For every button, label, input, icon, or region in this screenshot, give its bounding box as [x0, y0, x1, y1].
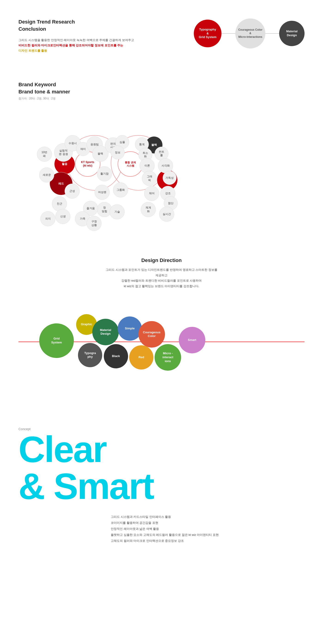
bubble-의지: 의지 [40, 211, 55, 226]
dbubble-grid-system: GridSystem [39, 324, 74, 358]
circle-courageous: Courageous Color & Micro-interactions [235, 18, 265, 48]
bubble-기술: 기술 [110, 204, 124, 219]
trend-circles-row: Typography & Grid System Courageous Colo… [194, 18, 304, 48]
bubble-여성팬: 여성팬 [94, 185, 110, 200]
bubble-신생: 신생 [55, 209, 70, 224]
bubble-체어: 체어 [144, 186, 159, 201]
connector-line2 [265, 33, 279, 34]
bubble-새로운: 새로운 [39, 168, 54, 182]
bubble-활기참: 활기참 [97, 166, 112, 181]
bubble-구창상황: 구창상황 [86, 216, 102, 231]
bubble-실시간: 실시간 [159, 207, 174, 222]
circle-typography: Typography & Grid System [194, 20, 222, 47]
bullet2: 코이미지를 활용하여 공간감을 표현 [111, 520, 304, 526]
bubble-정보: 정보 [111, 146, 124, 160]
bubble-그룹화: 그룹화 [113, 182, 128, 198]
bubble-가독성: 가독성 [163, 171, 176, 185]
concept-headline2: & Smart [18, 468, 304, 505]
concept-headline1: Clear [18, 431, 304, 468]
section-design-trend: Design Trend Research Conclusion 그리드 시스템… [0, 0, 323, 67]
section-brand-keyword: Brand Keyword Brand tone & manner 참가자 : … [0, 67, 323, 239]
dbubble-typography: Typography [78, 343, 102, 367]
dbubble-micro-interactions: Micro -interactions [154, 344, 181, 371]
section2-subtitle: 참가자 : 20대 : 2명, 30대 : 2명 [18, 97, 304, 100]
bubble-체계화: 체계화 [141, 202, 156, 217]
bubble-그래픽: 그래픽 [142, 171, 157, 186]
circle-material: Material Design [279, 21, 304, 46]
dbubble-material-design: MaterialDesign [92, 319, 119, 345]
bullet5: 고채도의 컬러와 마이크로 인터랙션으로 중요정보 강조 [111, 538, 304, 544]
concept-bullets: 그리드 시스템과 카드스타일 인터페이스 활용 코이미지를 활용하여 공간감을 … [111, 514, 304, 544]
section-concept: Concept Clear & Smart 그리드 시스템과 카드스타일 인터페… [0, 404, 323, 558]
dbubble-black: Black [104, 344, 128, 368]
connector-line1 [222, 33, 235, 34]
bullet3: 안정적인 레이아웃과 넓은 여백 활용 [111, 526, 304, 532]
section3-body: 그리드 시스템과 포인트가 있는 디자인트렌드를 반영하여 명료하고 스마트한 … [104, 267, 219, 289]
bubble-10번패: 10번패 [37, 147, 52, 162]
bubble-근성: 근성 [64, 184, 80, 198]
dbubble-smart: Smart [179, 327, 205, 353]
bullet1: 그리드 시스템과 카드스타일 인터페이스 활용 [111, 514, 304, 520]
bullet4: 플랫하고 심플한 요소와 고채도의 레드컬러 활용으로 젊은 kt wiz 아이… [111, 532, 304, 538]
dbubble-courageous-color: CourageousColor [138, 321, 165, 348]
section-design-direction: Design Direction 그리드 시스템과 포인트가 있는 디자인트렌드… [0, 239, 323, 404]
bubble-map: KT Sports(kt wiz) 통합 관계시스템 활용 레드 블랙 스마트 … [18, 105, 304, 225]
dbubble-red: Red [129, 345, 154, 370]
section3-title: Design Direction [142, 258, 182, 264]
dbubble-simple: Simple [118, 316, 142, 341]
section2-title: Brand Keyword Brand tone & manner [18, 81, 304, 96]
direction-bubbles-container: GridSystem Graphic MaterialDesign Typogr… [18, 294, 304, 390]
